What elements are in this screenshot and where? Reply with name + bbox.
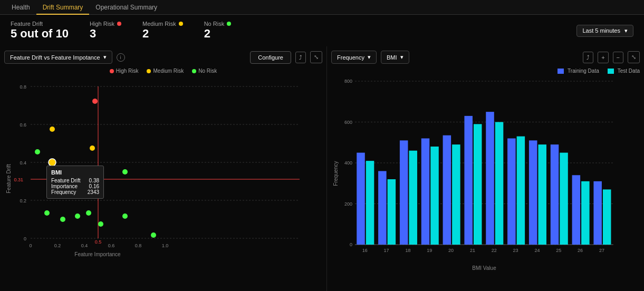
right-toolbar: Frequency ▾ BMI ▾ ⤴ + − ⤡: [331, 51, 640, 64]
svg-text:22: 22: [492, 248, 497, 253]
high-risk-label: High Risk: [90, 21, 121, 27]
chevron-down-icon: ▾: [400, 54, 403, 61]
svg-rect-27: [357, 153, 365, 245]
legend-medium-risk-label: Medium Risk: [153, 68, 184, 74]
svg-rect-58: [581, 181, 590, 245]
svg-text:0.6: 0.6: [20, 122, 26, 128]
chevron-down-icon: ▾: [368, 54, 371, 61]
svg-text:400: 400: [344, 160, 352, 166]
expand-icon[interactable]: ⤡: [310, 51, 322, 63]
scatter-point-high[interactable]: [92, 99, 98, 104]
scatter-point-medium[interactable]: [50, 127, 55, 132]
scatter-point-norisk[interactable]: [86, 210, 91, 216]
svg-text:Frequency: Frequency: [333, 161, 339, 186]
feature-drift-value: 5 out of 10: [11, 27, 69, 41]
svg-rect-51: [529, 140, 537, 245]
left-toolbar: Feature Drift vs Feature Impotance ▾ i C…: [4, 51, 322, 64]
legend-no-risk: No Risk: [192, 68, 217, 74]
scatter-point-norisk[interactable]: [151, 232, 156, 238]
legend-medium-risk: Medium Risk: [147, 68, 184, 74]
expand-icon[interactable]: ⤡: [628, 51, 640, 63]
frequency-dropdown[interactable]: Frequency ▾: [331, 51, 377, 64]
tab-operational-summary[interactable]: Operational Summary: [89, 0, 164, 15]
scatter-point-norisk[interactable]: [122, 169, 128, 174]
svg-text:21: 21: [470, 248, 475, 253]
high-risk-value: 3: [90, 27, 121, 41]
svg-text:Feature Importance: Feature Importance: [74, 251, 121, 257]
svg-text:18: 18: [405, 248, 410, 253]
bmi-label: BMI: [387, 54, 397, 61]
legend-medium-risk-dot: [147, 69, 151, 73]
scatter-point-medium[interactable]: [90, 146, 95, 151]
legend-test-label: Test Data: [618, 68, 640, 74]
svg-text:0: 0: [24, 236, 26, 241]
svg-text:0.4: 0.4: [81, 243, 88, 248]
zoom-out-icon[interactable]: −: [613, 52, 623, 63]
legend-high-risk: High Risk: [110, 68, 139, 74]
share-icon[interactable]: ⤴: [583, 52, 593, 63]
svg-rect-52: [538, 144, 546, 245]
bar-chart: Frequency 020040060080016171819202122232…: [331, 76, 640, 287]
no-risk-dot: [227, 22, 231, 26]
svg-rect-45: [486, 112, 494, 245]
svg-text:600: 600: [344, 120, 352, 125]
svg-rect-40: [452, 144, 460, 245]
scatter-point-norisk[interactable]: [98, 221, 103, 227]
svg-text:0.8: 0.8: [20, 84, 26, 90]
svg-rect-54: [551, 144, 559, 245]
svg-rect-42: [464, 116, 473, 245]
info-icon[interactable]: i: [117, 53, 125, 62]
scatter-point-norisk[interactable]: [75, 214, 80, 219]
time-selector[interactable]: Last 5 minutes ▾: [576, 25, 633, 37]
chevron-down-icon: ▾: [624, 27, 628, 34]
scatter-point-norisk[interactable]: [60, 217, 65, 222]
svg-text:0: 0: [29, 243, 32, 248]
legend-test-data: Test Data: [608, 68, 640, 74]
share-icon[interactable]: ⤴: [295, 52, 306, 63]
tab-drift-summary[interactable]: Drift Summary: [36, 0, 90, 15]
svg-text:0: 0: [350, 242, 352, 247]
chart-type-label: Feature Drift vs Feature Impotance: [10, 54, 100, 61]
no-risk-stat: No Risk 2: [204, 21, 232, 41]
svg-text:0.8: 0.8: [135, 243, 142, 248]
scatter-point-norisk[interactable]: [122, 214, 128, 219]
tab-health[interactable]: Health: [5, 0, 36, 15]
svg-text:16: 16: [362, 248, 368, 253]
svg-text:17: 17: [384, 248, 389, 253]
svg-rect-37: [430, 147, 439, 245]
svg-rect-57: [572, 175, 581, 245]
configure-button[interactable]: Configure: [250, 51, 291, 64]
svg-text:24: 24: [534, 248, 540, 253]
scatter-point-high[interactable]: [75, 169, 80, 174]
scatter-legend: High Risk Medium Risk No Risk: [4, 68, 322, 74]
svg-rect-33: [400, 140, 408, 245]
medium-risk-dot: [179, 22, 183, 26]
bmi-dropdown[interactable]: BMI ▾: [381, 51, 409, 64]
frequency-label: Frequency: [337, 54, 364, 61]
svg-rect-61: [603, 189, 611, 245]
legend-training-box: [558, 69, 564, 74]
legend-training-label: Training Data: [568, 68, 599, 74]
scatter-point-norisk[interactable]: [35, 149, 40, 154]
svg-rect-48: [507, 139, 516, 245]
svg-text:1.0: 1.0: [162, 243, 169, 248]
feature-drift-stat: Feature Drift 5 out of 10: [11, 21, 69, 41]
legend-high-risk-label: High Risk: [116, 68, 139, 74]
chart-type-dropdown[interactable]: Feature Drift vs Feature Impotance ▾: [4, 51, 112, 64]
svg-rect-49: [517, 137, 525, 245]
svg-text:Feature Drift: Feature Drift: [6, 164, 12, 193]
zoom-in-icon[interactable]: +: [598, 52, 608, 63]
legend-no-risk-label: No Risk: [198, 68, 217, 74]
no-risk-label: No Risk: [204, 21, 232, 27]
medium-risk-stat: Medium Risk 2: [142, 21, 183, 41]
svg-rect-60: [593, 181, 602, 245]
medium-risk-label: Medium Risk: [142, 21, 183, 27]
main-content: Feature Drift vs Feature Impotance ▾ i C…: [0, 46, 644, 291]
svg-rect-34: [409, 151, 417, 245]
scatter-chart: Feature Drift 0.8 0.6: [4, 76, 322, 287]
tab-bar: Health Drift Summary Operational Summary: [0, 0, 644, 15]
scatter-point-bmi[interactable]: [49, 159, 56, 166]
svg-text:0.31: 0.31: [14, 177, 23, 182]
scatter-point-norisk[interactable]: [44, 210, 50, 216]
left-panel: Feature Drift vs Feature Impotance ▾ i C…: [0, 46, 327, 291]
